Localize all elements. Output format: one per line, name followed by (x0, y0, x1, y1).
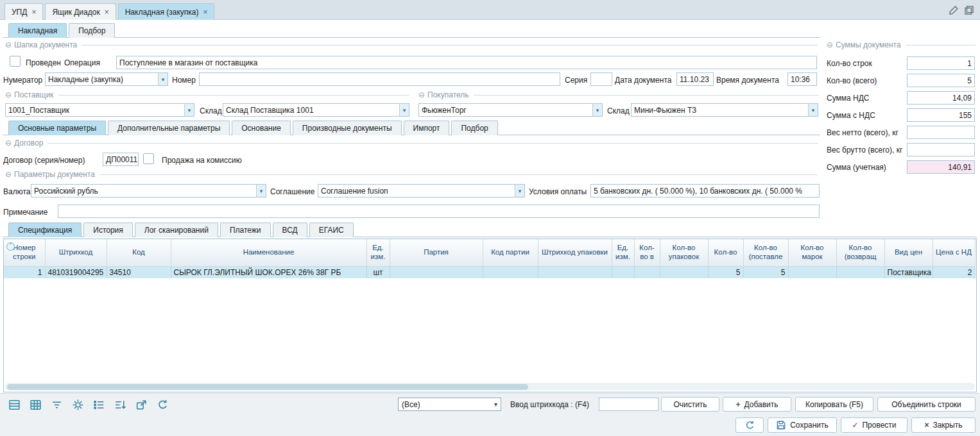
column-header-price-type[interactable]: Вид цен (884, 239, 933, 266)
column-header-marks-count[interactable]: Кол-во марок (788, 239, 836, 266)
collapse-icon[interactable]: ⊖ (418, 90, 425, 99)
refresh-icon[interactable] (155, 397, 170, 412)
column-header-code[interactable]: Код (107, 239, 171, 266)
tab-basis[interactable]: Основание (232, 121, 291, 135)
column-header-qty-returned[interactable]: Кол-во (возвращ (836, 239, 884, 266)
net-weight-field[interactable] (907, 126, 975, 139)
cell-qty-delivered[interactable]: 5 (743, 266, 788, 278)
horizontal-scrollbar[interactable] (5, 383, 975, 390)
number-field[interactable] (199, 72, 560, 86)
column-header-qty-in-pack[interactable]: Кол-во в (634, 239, 660, 266)
document-time-field[interactable]: 10:36 (787, 72, 817, 86)
column-header-qty-delivered[interactable]: Кол-во (поставле (743, 239, 788, 266)
tab-payments[interactable]: Платежи (220, 222, 271, 237)
cell-batch[interactable] (390, 266, 483, 278)
column-header-unit[interactable]: Ед. изм. (366, 239, 390, 266)
window-tab-diadoc[interactable]: Ящик Диадок × (45, 3, 116, 20)
cell-barcode[interactable]: 4810319004295 (45, 266, 107, 278)
barcode-input[interactable] (599, 398, 658, 411)
series-field[interactable] (590, 72, 612, 86)
tab-import[interactable]: Импорт (404, 121, 450, 135)
add-row-button[interactable]: + Добавить (723, 397, 791, 412)
close-icon[interactable]: × (105, 9, 109, 15)
chevron-down-icon[interactable]: ▾ (158, 73, 168, 85)
collapse-icon[interactable]: ⊖ (827, 40, 833, 49)
sum-vat-field[interactable]: 14,09 (907, 91, 975, 105)
tab-podbor-2[interactable]: Подбор (451, 121, 497, 135)
operation-field[interactable]: Поступление в магазин от поставщика (116, 56, 817, 69)
copy-row-button[interactable]: Копировать (F5) (795, 397, 873, 412)
tab-history[interactable]: История (83, 222, 133, 237)
collapse-icon[interactable]: ⊖ (5, 40, 12, 49)
sum-lines-count-field[interactable]: 1 (907, 56, 975, 70)
chevron-down-icon[interactable]: ▾ (184, 104, 194, 116)
supplier-select[interactable]: 1001_Поставщик ▾ (5, 103, 194, 117)
clear-button[interactable]: Очистить (661, 397, 719, 412)
contract-number-field[interactable]: ДП00011 (103, 153, 139, 166)
cell-pack-barcode[interactable] (538, 266, 612, 278)
tab-scan-log[interactable]: Лог сканирований (135, 222, 218, 237)
close-button[interactable]: × Закрыть (911, 417, 976, 433)
gear-icon[interactable] (70, 397, 85, 412)
close-icon[interactable]: × (203, 9, 207, 15)
tab-vsd[interactable]: ВСД (273, 222, 307, 237)
sort-ascending-icon[interactable]: ˆ (6, 242, 15, 251)
column-header-barcode[interactable]: Штрихкод (45, 239, 107, 266)
accounting-sum-field[interactable]: 140,91 (907, 160, 975, 174)
note-field[interactable] (58, 205, 820, 218)
edit-pencil-icon[interactable] (948, 4, 959, 16)
merge-rows-button[interactable]: Объединить строки (877, 397, 976, 412)
buyer-warehouse-select[interactable]: Мини-Фьюжен ТЗ ▾ (631, 103, 818, 117)
numerator-select[interactable]: Накладные (закупка) ▾ (45, 72, 168, 86)
window-tab-invoice-purchase[interactable]: Накладная (закупка) × (118, 3, 215, 20)
currency-select[interactable]: Российский рубль ▾ (31, 184, 266, 197)
buyer-select[interactable]: ФьюженТорг ▾ (418, 103, 603, 117)
cell-qty-returned[interactable] (836, 266, 884, 278)
column-header-batch[interactable]: Партия (390, 239, 483, 266)
chevron-down-icon[interactable]: ▾ (592, 104, 602, 116)
tab-invoice[interactable]: Накладная (8, 23, 67, 38)
save-button[interactable]: Сохранить (768, 417, 837, 433)
chevron-down-icon[interactable]: ▾ (399, 104, 409, 116)
collapse-icon[interactable]: ⊖ (5, 90, 12, 99)
supplier-warehouse-select[interactable]: Склад Поставщика 1001 ▾ (223, 103, 409, 117)
commission-checkbox[interactable] (143, 153, 154, 164)
tab-egais[interactable]: ЕГАИС (309, 222, 354, 237)
collapse-icon[interactable]: ⊖ (5, 138, 12, 147)
scrollbar-thumb[interactable] (7, 384, 528, 390)
grid-view-icon[interactable] (28, 397, 43, 412)
column-header-batch-code[interactable]: Код партии (483, 239, 538, 266)
agreement-select[interactable]: Соглашение fusion ▾ (318, 184, 525, 197)
cell-qty[interactable]: 5 (708, 266, 743, 278)
cell-line-number[interactable]: 1 (4, 266, 45, 278)
gross-weight-field[interactable] (907, 143, 975, 156)
cell-name[interactable]: СЫРОК ГЛ.ЭЛИТНЫЙ ШОК.ОРЕХ 26% 38Г РБ (171, 266, 366, 278)
filter-select[interactable]: (Все) ▾ (398, 398, 501, 411)
column-header-qty[interactable]: Кол-во (708, 239, 743, 266)
tab-additional-parameters[interactable]: Дополнительные параметры (108, 121, 230, 135)
tab-podbor[interactable]: Подбор (69, 23, 115, 38)
cell-price-type[interactable]: Поставщика (884, 266, 933, 278)
numbered-list-icon[interactable] (91, 397, 107, 412)
chevron-down-icon[interactable]: ▾ (515, 185, 524, 197)
maximize-icon[interactable] (963, 4, 975, 16)
chevron-down-icon[interactable]: ▾ (256, 185, 266, 197)
window-tab-upd[interactable]: УПД × (4, 3, 43, 20)
cell-unit[interactable]: шт (366, 266, 390, 278)
column-header-pack-barcode[interactable]: Штрихкод упаковки (538, 239, 612, 266)
chevron-down-icon[interactable]: ▾ (808, 104, 818, 116)
cell-qty-in-pack[interactable] (634, 266, 660, 278)
refresh-document-button[interactable] (735, 417, 764, 433)
cell-batch-code[interactable] (483, 266, 538, 278)
column-header-name[interactable]: Наименование (171, 239, 366, 266)
cell-pack-unit[interactable] (612, 266, 634, 278)
cell-code[interactable]: 34510 (107, 266, 171, 278)
view-list-icon[interactable] (6, 397, 22, 412)
export-icon[interactable] (133, 397, 149, 412)
cell-marks-count[interactable] (788, 266, 836, 278)
column-header-pack-count[interactable]: Кол-во упаковок (660, 239, 708, 266)
sum-qty-total-field[interactable]: 5 (907, 74, 975, 87)
sum-with-vat-field[interactable]: 155 (907, 108, 975, 122)
payment-terms-field[interactable]: 5 банковских дн. ( 50.000 %), 10 банковс… (590, 184, 820, 197)
post-button[interactable]: ✓ Провести (841, 417, 907, 433)
